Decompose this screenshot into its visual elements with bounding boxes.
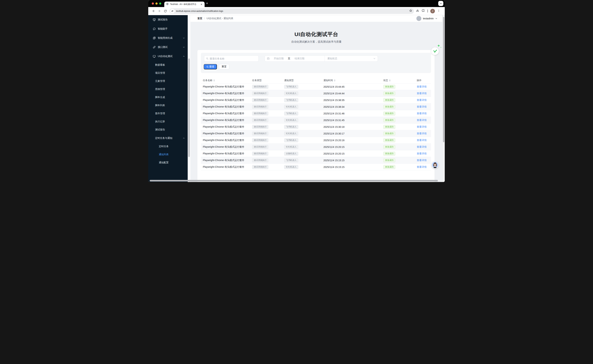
sidebar-subitem-0[interactable]: 数据看板 bbox=[148, 61, 188, 69]
horizontal-scrollbar-thumb[interactable] bbox=[150, 180, 438, 182]
view-detail-link[interactable]: 查看详情 bbox=[417, 165, 427, 168]
url-bar[interactable]: testhub.iepose.cn/ui-automation/notifica… bbox=[169, 8, 414, 14]
task-search-field[interactable] bbox=[204, 55, 259, 62]
status-badge: 发送成功 bbox=[383, 125, 395, 129]
task-name-cell: Playwright-Chrome-有头模式运行套件 bbox=[203, 152, 252, 155]
task-type-tag: 测试用例执行 bbox=[252, 158, 268, 162]
ai-assistant-fab[interactable] bbox=[431, 47, 439, 55]
table-row: Playwright-Chrome-有头模式运行套件测试用例执行钉钉机器人202… bbox=[201, 164, 431, 170]
notify-time-cell: 2025/11/4 15:31:45 bbox=[323, 119, 383, 122]
view-detail-link[interactable]: 查看详情 bbox=[417, 125, 427, 128]
tab-close-icon[interactable]: ✕ bbox=[200, 3, 203, 6]
status-select[interactable]: 通知状态 bbox=[325, 55, 378, 62]
notify-type-tag: 飞书机器人 bbox=[284, 98, 298, 102]
search-icon bbox=[206, 57, 209, 60]
breadcrumb-home[interactable]: 首页 bbox=[197, 17, 202, 20]
search-button[interactable]: 搜索 bbox=[204, 64, 217, 69]
new-tab-button[interactable]: + bbox=[206, 1, 208, 6]
zoom-window-button[interactable] bbox=[159, 2, 161, 5]
sidebar-subitem-6[interactable]: 套件管理 bbox=[148, 110, 188, 117]
close-window-button[interactable] bbox=[152, 2, 154, 5]
sort-icon[interactable] bbox=[389, 79, 391, 82]
search-input[interactable] bbox=[210, 57, 257, 60]
sidebar-subitem-4[interactable]: 脚本生成 bbox=[148, 93, 188, 101]
table-row: Playwright-Chrome-有头模式运行套件测试用例执行飞书机器人202… bbox=[201, 124, 431, 130]
sidebar-subitem-5[interactable]: 脚本列表 bbox=[148, 101, 188, 110]
tab-search-chevron-button[interactable] bbox=[438, 1, 443, 6]
view-detail-link[interactable]: 查看详情 bbox=[417, 85, 427, 88]
view-detail-link[interactable]: 查看详情 bbox=[417, 145, 427, 148]
bookmark-star-icon[interactable] bbox=[409, 9, 412, 13]
status-badge: 发送成功 bbox=[383, 158, 395, 162]
sidebar-group-scheduled-tasks[interactable]: 定时任务与通知 bbox=[148, 134, 188, 142]
view-detail-link[interactable]: 查看详情 bbox=[417, 132, 427, 135]
view-detail-link[interactable]: 查看详情 bbox=[417, 152, 427, 155]
forward-icon[interactable] bbox=[156, 8, 162, 14]
view-detail-link[interactable]: 查看详情 bbox=[417, 98, 427, 101]
reload-icon[interactable] bbox=[162, 8, 168, 14]
filter-panel: 开始日期 至 结束日期 通知状态 搜索 bbox=[201, 53, 431, 73]
digital-human-avatar[interactable] bbox=[431, 161, 439, 169]
notify-type-tag: 飞书机器人 bbox=[284, 138, 298, 142]
sort-icon[interactable] bbox=[334, 79, 335, 82]
user-menu[interactable]: testadmin bbox=[417, 16, 437, 21]
sidebar-item-1[interactable]: 智能助手 bbox=[148, 24, 188, 33]
sidebar-subsubitem-0[interactable]: 定时任务 bbox=[148, 142, 188, 150]
table-row: Playwright-Chrome-有头模式运行套件测试用例执行飞书机器人202… bbox=[201, 157, 431, 164]
sidebar-subitem-2[interactable]: 元素管理 bbox=[148, 77, 188, 85]
sidebar-subsubitem-1-active[interactable]: 通知列表 bbox=[148, 150, 188, 159]
sidebar-item-2[interactable]: 智能用例生成 bbox=[148, 33, 188, 43]
minimize-window-button[interactable] bbox=[156, 2, 158, 5]
site-settings-icon[interactable] bbox=[170, 9, 175, 13]
column-header-4[interactable]: 状态 bbox=[383, 79, 417, 82]
notify-time-cell: 2025/11/4 15:20:16 bbox=[323, 139, 383, 142]
share-hub-icon[interactable] bbox=[416, 9, 419, 13]
sidebar-item-3[interactable]: 接口测试 bbox=[148, 43, 188, 52]
breadcrumb-current: UI自动化测试 - 通知列表 bbox=[207, 17, 233, 20]
sidebar-scrollbar[interactable] bbox=[188, 15, 190, 182]
favicon-globe-icon bbox=[166, 3, 169, 6]
notify-type-tag: 企微机器人 bbox=[284, 152, 298, 156]
task-name-cell: Playwright-Chrome-有头模式运行套件 bbox=[203, 139, 252, 142]
sidebar-scrollbar-thumb[interactable] bbox=[188, 58, 190, 157]
view-detail-link[interactable]: 查看详情 bbox=[417, 139, 427, 142]
notify-time-cell: 2025/11/4 15:44:45 bbox=[323, 85, 383, 88]
sidebar-subitem-3[interactable]: 用例管理 bbox=[148, 85, 188, 93]
status-badge: 发送成功 bbox=[383, 91, 395, 95]
view-detail-link[interactable]: 查看详情 bbox=[417, 92, 427, 95]
browser-tab[interactable]: TestHub - AI一体化测试平台 ✕ bbox=[164, 2, 205, 7]
column-header-0[interactable]: 任务名称 bbox=[203, 79, 252, 82]
table-row: Playwright-Chrome-有头模式运行套件测试用例执行钉钉机器人202… bbox=[201, 104, 431, 110]
table-header-row: 任务名称任务类型通知类型通知时间状态操作 bbox=[201, 78, 431, 84]
view-detail-link[interactable]: 查看详情 bbox=[417, 119, 427, 121]
breadcrumb-separator: / bbox=[204, 17, 205, 20]
traffic-lights bbox=[152, 2, 161, 5]
browser-profile-avatar[interactable]: J bbox=[430, 9, 435, 13]
browser-window: TestHub - AI一体化测试平台 ✕ + testhub.iepose.c… bbox=[148, 0, 445, 182]
start-date-placeholder[interactable]: 开始日期 bbox=[274, 57, 284, 60]
kebab-menu-icon[interactable] bbox=[437, 9, 440, 13]
status-badge: 发送成功 bbox=[383, 112, 395, 116]
sidebar-item-label: 智能助手 bbox=[158, 27, 168, 30]
sidebar-item-0[interactable]: 测试报告 bbox=[148, 15, 188, 24]
sidebar-subsubitem-2[interactable]: 通知配置 bbox=[148, 159, 188, 167]
chevron-down-icon bbox=[435, 17, 437, 20]
page-scrollbar-thumb[interactable] bbox=[443, 17, 444, 142]
back-icon[interactable] bbox=[150, 8, 156, 14]
view-detail-link[interactable]: 查看详情 bbox=[417, 159, 427, 162]
sidebar-subitem-8[interactable]: 测试报告 bbox=[148, 126, 188, 134]
page-scrollbar[interactable] bbox=[442, 15, 445, 182]
sort-icon[interactable] bbox=[213, 79, 215, 82]
sidebar-item-4[interactable]: UI自动化测试 bbox=[148, 52, 188, 61]
view-detail-link[interactable]: 查看详情 bbox=[417, 112, 427, 115]
view-detail-link[interactable]: 查看详情 bbox=[417, 105, 427, 108]
column-header-3[interactable]: 通知时间 bbox=[323, 79, 383, 82]
reset-button[interactable]: 重置 bbox=[219, 64, 229, 69]
task-type-tag: 测试用例执行 bbox=[252, 91, 268, 95]
extensions-puzzle-icon[interactable] bbox=[422, 9, 425, 13]
search-icon bbox=[206, 66, 209, 68]
date-range-picker[interactable]: 开始日期 至 结束日期 bbox=[265, 55, 325, 62]
sidebar-subitem-7[interactable]: 执行记录 bbox=[148, 117, 188, 126]
end-date-placeholder[interactable]: 结束日期 bbox=[294, 57, 304, 60]
sidebar-subitem-1[interactable]: 项目管理 bbox=[148, 69, 188, 77]
